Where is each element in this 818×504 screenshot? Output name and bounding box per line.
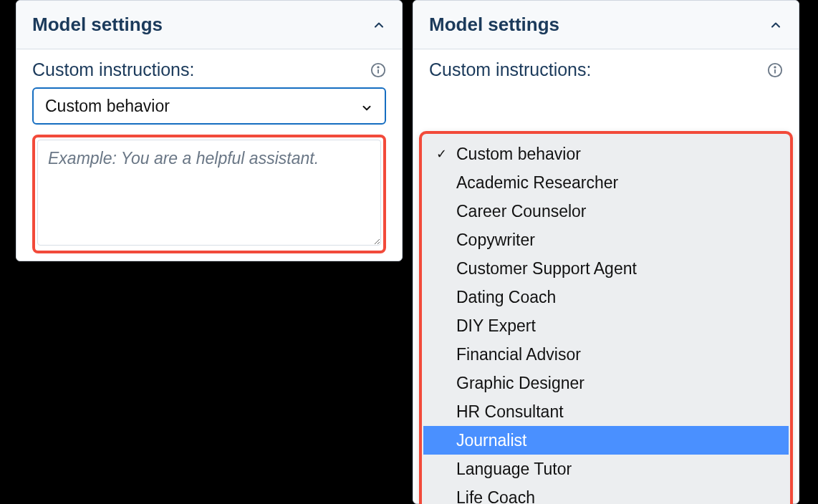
model-settings-header: Model settings — [16, 1, 402, 49]
dropdown-item[interactable]: Life Coach — [423, 483, 789, 504]
dropdown-item[interactable]: DIY Expert — [423, 311, 789, 340]
dropdown-item-label: Journalist — [433, 431, 526, 450]
dropdown-item-label: Academic Researcher — [433, 173, 618, 193]
custom-instructions-textarea[interactable] — [37, 140, 381, 246]
model-settings-body: Custom instructions: Custom behavior — [16, 49, 402, 266]
custom-instructions-textarea-highlight — [32, 135, 386, 253]
model-settings-panel-collapsed-dropdown: Model settings Custom instructions: Cust… — [16, 0, 403, 261]
model-settings-title: Model settings — [32, 14, 163, 36]
dropdown-item[interactable]: HR Consultant — [423, 397, 789, 426]
svg-point-5 — [774, 67, 775, 67]
dropdown-item-label: HR Consultant — [433, 402, 564, 422]
dropdown-item-label: Customer Support Agent — [433, 259, 637, 278]
custom-instructions-label-row: Custom instructions: — [429, 59, 783, 80]
dropdown-item[interactable]: Graphic Designer — [423, 369, 789, 397]
custom-instructions-label: Custom instructions: — [429, 59, 591, 80]
check-icon: ✓ — [433, 146, 449, 162]
dropdown-item-label: Career Counselor — [433, 202, 587, 221]
dropdown-item[interactable]: Copywriter — [423, 226, 789, 254]
dropdown-item-label: Graphic Designer — [433, 374, 584, 393]
dropdown-item[interactable]: Financial Advisor — [423, 340, 789, 369]
dropdown-item[interactable]: Language Tutor — [423, 455, 789, 483]
collapse-chevron-icon[interactable] — [372, 18, 386, 32]
dropdown-item-label: Custom behavior — [453, 145, 581, 164]
info-icon[interactable] — [767, 62, 783, 78]
chevron-down-icon — [360, 100, 373, 112]
custom-instructions-dropdown-list[interactable]: ✓Custom behaviorAcademic ResearcherCaree… — [423, 135, 789, 504]
model-settings-title: Model settings — [429, 14, 559, 36]
dropdown-item-label: Financial Advisor — [433, 345, 581, 364]
dropdown-item[interactable]: Journalist — [423, 426, 789, 455]
svg-point-2 — [377, 67, 378, 67]
dropdown-item[interactable]: Academic Researcher — [423, 168, 789, 197]
model-settings-header: Model settings — [413, 1, 799, 49]
custom-instructions-label: Custom instructions: — [32, 59, 194, 80]
dropdown-item-label: Language Tutor — [433, 460, 572, 479]
custom-instructions-dropdown-highlight: ✓Custom behaviorAcademic ResearcherCaree… — [419, 131, 793, 504]
custom-instructions-label-row: Custom instructions: — [32, 59, 386, 80]
select-value: Custom behavior — [45, 97, 170, 116]
dropdown-item-label: Copywriter — [433, 231, 535, 250]
dropdown-item-label: Life Coach — [433, 488, 535, 505]
dropdown-item-label: Dating Coach — [433, 288, 556, 307]
model-settings-body: Custom instructions: — [413, 49, 799, 500]
model-settings-panel-open-dropdown: Model settings Custom instructions: — [413, 0, 799, 504]
dropdown-item[interactable]: Dating Coach — [423, 283, 789, 311]
dropdown-item[interactable]: Career Counselor — [423, 197, 789, 226]
info-icon[interactable] — [370, 62, 386, 78]
dropdown-item[interactable]: Customer Support Agent — [423, 254, 789, 283]
collapse-chevron-icon[interactable] — [769, 18, 783, 32]
custom-instructions-select[interactable]: Custom behavior — [32, 87, 386, 125]
dropdown-item[interactable]: ✓Custom behavior — [423, 140, 789, 168]
dropdown-item-label: DIY Expert — [433, 316, 536, 336]
